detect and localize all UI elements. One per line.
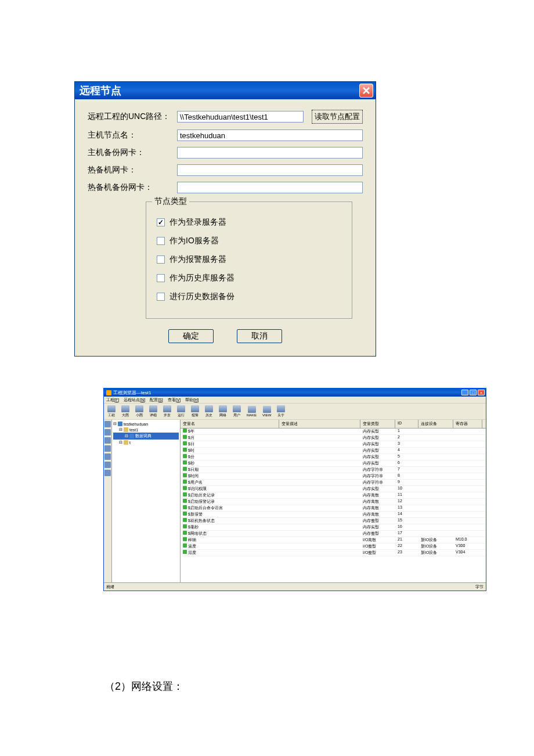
- alarm-server-checkbox[interactable]: [157, 255, 165, 264]
- table-row[interactable]: $年内存实型1: [181, 429, 486, 435]
- table-row[interactable]: 湿度I/O整型23新IO设备V304: [181, 550, 486, 556]
- node-type-fieldset: 节点类型 作为登录服务器 作为IO服务器 作为报警服务器 作为历史库服务器 进行…: [146, 201, 352, 319]
- sidebar-tab-1[interactable]: [104, 421, 111, 427]
- col-id[interactable]: ID: [395, 420, 418, 428]
- tool-VIEW[interactable]: VIEW: [261, 405, 272, 417]
- history-server-label: 作为历史库服务器: [169, 273, 234, 283]
- status-text: 就绪: [106, 584, 114, 590]
- ok-button[interactable]: 确定: [168, 329, 214, 343]
- sidebar-tab-3[interactable]: [104, 437, 111, 444]
- tool-报警[interactable]: 报警: [190, 405, 200, 419]
- sidebar-tab-6[interactable]: [104, 462, 111, 468]
- table-row[interactable]: $月内存实型2: [181, 435, 486, 441]
- unc-input[interactable]: [177, 111, 304, 123]
- tool-大图[interactable]: 大图: [120, 405, 131, 419]
- table-row[interactable]: $秒内存实型6: [181, 460, 486, 467]
- minimize-icon[interactable]: _: [461, 390, 468, 395]
- sidebar-tab-5[interactable]: [104, 453, 111, 460]
- tool-MAKE[interactable]: MAKE: [246, 405, 258, 417]
- table-row[interactable]: $双机热备状态内存整型15: [181, 518, 486, 524]
- table-row[interactable]: $启动历史记录内存离散11: [181, 492, 486, 499]
- dialog-title: 远程节点: [80, 84, 121, 98]
- list-panel: 变量名 变量描述 变量类型 ID 连接设备 寄存器 $年内存实型1$月内存实型2…: [181, 420, 486, 582]
- tree-item[interactable]: ⊟test1: [113, 427, 179, 433]
- table-row[interactable]: $分内存实型5: [181, 454, 486, 460]
- cancel-button[interactable]: 取消: [237, 329, 282, 343]
- dialog-body: 远程工程的UNC路径： 读取节点配置 主机节点名： 主机备份网卡： 热备机网卡：…: [75, 99, 376, 356]
- io-server-checkbox[interactable]: [157, 237, 165, 245]
- app-title: 工程浏览器---test1: [113, 390, 151, 396]
- window-close-icon[interactable]: ×: [478, 390, 485, 395]
- menu-f[interactable]: 工程[F]: [106, 397, 119, 403]
- tool-详细[interactable]: 详细: [148, 405, 158, 419]
- history-backup-label: 进行历史数据备份: [169, 291, 234, 302]
- host-backup-nic-input[interactable]: [177, 147, 363, 159]
- host-backup-nic-label: 主机备份网卡：: [88, 147, 174, 158]
- menubar: 工程[F]远程站点[N]配置[S]查看[V]帮助[H]: [104, 397, 486, 404]
- tool-用户[interactable]: 用户: [232, 405, 242, 419]
- read-config-button[interactable]: 读取节点配置: [312, 110, 363, 124]
- sidebar-tab-2[interactable]: [104, 429, 111, 435]
- standby-nic-label: 热备机网卡：: [88, 165, 174, 175]
- table-row[interactable]: $日内存实型3: [181, 441, 486, 448]
- tree-item[interactable]: ⊟数据词典: [113, 433, 179, 440]
- app-titlebar: 工程浏览器---test1 _ □ ×: [104, 388, 486, 397]
- col-desc[interactable]: 变量描述: [279, 420, 360, 428]
- tree-panel: ⊟testkehuduan⊟test1⊟数据词典⊟t: [112, 420, 181, 582]
- dialog-titlebar: 远程节点: [75, 82, 376, 99]
- menu-s[interactable]: 配置[S]: [150, 397, 163, 403]
- tool-运行[interactable]: 运行: [176, 405, 186, 419]
- tool-关于[interactable]: 关于: [276, 405, 286, 419]
- tree-item[interactable]: ⊟t: [113, 440, 179, 445]
- alarm-server-label: 作为报警服务器: [169, 254, 226, 265]
- close-icon[interactable]: [359, 84, 373, 98]
- history-backup-checkbox[interactable]: [157, 293, 165, 301]
- col-reg[interactable]: 寄存器: [453, 420, 482, 428]
- sidebar: [104, 420, 112, 582]
- table-row[interactable]: $启动报警记录内存离散12: [181, 499, 486, 505]
- table-row[interactable]: 温度I/O整型22新IO设备V300: [181, 543, 486, 550]
- col-type[interactable]: 变量类型: [360, 420, 395, 428]
- standby-nic-input[interactable]: [177, 164, 363, 176]
- table-row[interactable]: $网络状态内存整型17: [181, 531, 486, 537]
- host-input[interactable]: [177, 129, 363, 141]
- table-row[interactable]: $启动后台命令语言内存离散13: [181, 505, 486, 512]
- col-device[interactable]: 连接设备: [418, 420, 453, 428]
- table-row[interactable]: $毫秒内存实型16: [181, 524, 486, 531]
- list-header: 变量名 变量描述 变量类型 ID 连接设备 寄存器: [181, 420, 486, 429]
- table-row[interactable]: $时间内存字符串8: [181, 473, 486, 480]
- app-icon: [106, 390, 111, 395]
- sidebar-tab-7[interactable]: [104, 470, 111, 476]
- tool-工程[interactable]: 工程: [106, 405, 117, 419]
- login-server-label: 作为登录服务器: [169, 217, 226, 228]
- table-row[interactable]: $用户名内存字符串9: [181, 480, 486, 486]
- history-server-checkbox[interactable]: [157, 274, 165, 282]
- maximize-icon[interactable]: □: [470, 390, 477, 395]
- statusbar: 就绪 字节: [104, 582, 486, 591]
- table-row[interactable]: $日期内存字符串7: [181, 467, 486, 473]
- toolbar: 工程大图小图详细开发运行报警历史网络用户MAKEVIEW关于: [104, 404, 486, 420]
- table-row[interactable]: $时内存实型4: [181, 448, 486, 454]
- io-server-label: 作为IO服务器: [169, 236, 219, 246]
- menu-v[interactable]: 查看[V]: [168, 397, 181, 403]
- table-row[interactable]: $新报警内存离散14: [181, 512, 486, 518]
- fieldset-legend: 节点类型: [152, 196, 189, 207]
- col-name[interactable]: 变量名: [181, 420, 279, 428]
- tool-小图[interactable]: 小图: [134, 405, 145, 419]
- status-cap: 字节: [475, 584, 484, 590]
- menu-h[interactable]: 帮助[H]: [185, 397, 199, 403]
- login-server-checkbox[interactable]: [157, 218, 165, 226]
- menu-n[interactable]: 远程站点[N]: [124, 397, 145, 403]
- remote-node-dialog: 远程节点 远程工程的UNC路径： 读取节点配置 主机节点名： 主机备份网卡： 热…: [74, 81, 376, 357]
- tree-item[interactable]: ⊟testkehuduan: [113, 421, 179, 427]
- tool-历史[interactable]: 历史: [204, 405, 214, 419]
- section-caption: （2）网络设置：: [104, 679, 183, 693]
- sidebar-tab-4[interactable]: [104, 445, 111, 452]
- standby-backup-nic-label: 热备机备份网卡：: [88, 182, 174, 193]
- unc-label: 远程工程的UNC路径：: [88, 111, 174, 122]
- tool-网络[interactable]: 网络: [218, 405, 228, 419]
- table-row[interactable]: 样轴I/O离散21新IO设备M10.0: [181, 537, 486, 543]
- table-row[interactable]: $访问权限内存实型10: [181, 486, 486, 492]
- standby-backup-nic-input[interactable]: [177, 182, 363, 193]
- tool-开发[interactable]: 开发: [162, 405, 172, 419]
